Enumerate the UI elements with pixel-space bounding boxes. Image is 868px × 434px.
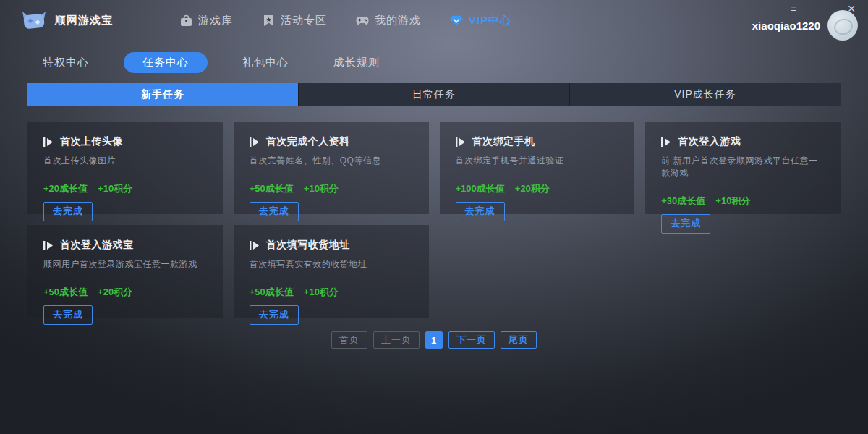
growth-value: +20成长值: [43, 183, 88, 194]
flag-icon: [456, 137, 466, 147]
task-desc: 顺网用户首次登录游戏宝任意一款游戏: [43, 258, 207, 271]
growth-value: +50成长值: [43, 286, 88, 297]
page-first-button[interactable]: 首页: [331, 331, 367, 349]
bookmark-star-icon: [262, 14, 275, 27]
task-card: 首次登入游戏宝 顺网用户首次登录游戏宝任意一款游戏 +50成长值+20积分 去完…: [27, 225, 223, 318]
task-type-tabbar: 新手任务 日常任务 VIP成长任务: [27, 83, 841, 106]
page-number-current[interactable]: 1: [425, 331, 443, 349]
go-complete-button[interactable]: 去完成: [43, 202, 93, 221]
flag-icon: [661, 137, 671, 147]
growth-value: +50成长值: [250, 286, 294, 297]
card-title-row: 首次登入游戏宝: [43, 239, 207, 252]
growth-value: +50成长值: [250, 183, 294, 194]
go-complete-button[interactable]: 去完成: [250, 202, 299, 221]
page-next-button[interactable]: 下一页: [448, 331, 495, 349]
bag-icon: [179, 14, 192, 27]
card-title-row: 首次填写收货地址: [250, 239, 413, 252]
go-complete-button[interactable]: 去完成: [456, 202, 505, 221]
task-card-grid: 首次上传头像 首次上传头像图片 +20成长值+10积分 去完成 首次完成个人资料…: [27, 122, 841, 318]
task-title: 首次完成个人资料: [266, 135, 350, 148]
title-bar: 顺网游戏宝 游戏库 活动专区: [0, 0, 868, 41]
nav-item-my-games[interactable]: 我的游戏: [356, 14, 421, 27]
app-logo-icon: [20, 9, 48, 33]
points-value: +10积分: [304, 183, 339, 194]
task-reward: +20成长值+10积分: [43, 182, 207, 195]
points-value: +10积分: [98, 183, 132, 194]
points-value: +20积分: [515, 183, 550, 194]
tab-vip-growth-tasks[interactable]: VIP成长任务: [569, 83, 841, 106]
card-title-row: 首次绑定手机: [456, 135, 619, 148]
task-desc: 首次上传头像图片: [43, 155, 207, 167]
task-reward: +30成长值+10积分: [661, 195, 825, 208]
task-reward: +100成长值+20积分: [456, 182, 619, 195]
gamepad-icon: [356, 14, 369, 27]
nav-item-activity-zone[interactable]: 活动专区: [262, 14, 327, 27]
task-title: 首次填写收货地址: [266, 239, 350, 252]
flag-icon: [43, 137, 54, 147]
minimize-icon[interactable]: ─: [813, 1, 832, 16]
nav-label: VIP中心: [469, 14, 511, 27]
go-complete-button[interactable]: 去完成: [250, 305, 299, 325]
nav-item-game-library[interactable]: 游戏库: [179, 14, 233, 27]
top-navigation: 游戏库 活动专区 我的游戏: [179, 14, 511, 27]
task-title: 首次登入游戏: [678, 135, 741, 148]
task-title: 首次绑定手机: [472, 135, 535, 148]
close-icon[interactable]: ✕: [842, 1, 861, 16]
menu-icon[interactable]: ≡: [784, 1, 803, 16]
tab-gift-center[interactable]: 礼包中心: [232, 52, 299, 73]
page-last-button[interactable]: 尾页: [501, 331, 537, 349]
points-value: +10积分: [715, 195, 750, 206]
task-card: 首次上传头像 首次上传头像图片 +20成长值+10积分 去完成: [27, 122, 223, 214]
flag-icon: [43, 241, 54, 250]
vip-diamond-icon: [450, 14, 463, 27]
task-card: 首次填写收货地址 首次填写真实有效的收货地址 +50成长值+10积分 去完成: [234, 225, 429, 318]
nav-label: 我的游戏: [375, 14, 421, 27]
nav-label: 游戏库: [198, 14, 233, 27]
points-value: +10积分: [304, 286, 339, 297]
points-value: +20积分: [98, 286, 132, 297]
task-reward: +50成长值+20积分: [43, 286, 207, 299]
task-card: 首次绑定手机 首次绑定手机号并通过验证 +100成长值+20积分 去完成: [440, 122, 635, 214]
task-desc: 首次绑定手机号并通过验证: [456, 155, 619, 167]
task-card: 首次登入游戏 前 新用户首次登录顺网游戏平台任意一款游戏 +30成长值+10积分…: [645, 122, 841, 214]
window-controls: ≡ ─ ✕: [784, 1, 861, 16]
tab-privilege-center[interactable]: 特权中心: [33, 52, 99, 73]
task-card: 首次完成个人资料 首次完善姓名、性别、QQ等信息 +50成长值+10积分 去完成: [234, 122, 429, 214]
flag-icon: [250, 241, 260, 250]
tab-growth-rules[interactable]: 成长规则: [323, 52, 390, 73]
task-title: 首次登入游戏宝: [60, 239, 134, 252]
nav-label: 活动专区: [281, 14, 327, 27]
tab-task-center[interactable]: 任务中心: [124, 52, 208, 73]
card-title-row: 首次完成个人资料: [250, 135, 413, 148]
page-prev-button[interactable]: 上一页: [373, 331, 420, 349]
card-title-row: 首次上传头像: [43, 135, 207, 148]
tab-daily-tasks[interactable]: 日常任务: [298, 83, 569, 106]
nav-item-vip-center[interactable]: VIP中心: [450, 14, 511, 27]
task-title: 首次上传头像: [60, 135, 123, 148]
section-tabs: 特权中心 任务中心 礼包中心 成长规则: [33, 51, 868, 73]
username: xiaoqiao1220: [752, 20, 820, 32]
app-title: 顺网游戏宝: [55, 14, 113, 27]
task-desc: 首次完善姓名、性别、QQ等信息: [250, 155, 413, 167]
card-title-row: 首次登入游戏: [661, 135, 825, 148]
app-brand: 顺网游戏宝: [20, 9, 113, 33]
task-desc: 首次填写真实有效的收货地址: [250, 258, 413, 271]
tab-newbie-tasks[interactable]: 新手任务: [27, 83, 298, 106]
growth-value: +100成长值: [456, 183, 505, 194]
flag-icon: [250, 137, 260, 147]
pagination: 首页 上一页 1 下一页 尾页: [0, 331, 868, 349]
task-desc: 前 新用户首次登录顺网游戏平台任意一款游戏: [661, 155, 825, 179]
go-complete-button[interactable]: 去完成: [661, 214, 710, 234]
growth-value: +30成长值: [661, 195, 705, 206]
task-reward: +50成长值+10积分: [250, 286, 413, 299]
go-complete-button[interactable]: 去完成: [43, 305, 93, 325]
task-reward: +50成长值+10积分: [250, 182, 413, 195]
